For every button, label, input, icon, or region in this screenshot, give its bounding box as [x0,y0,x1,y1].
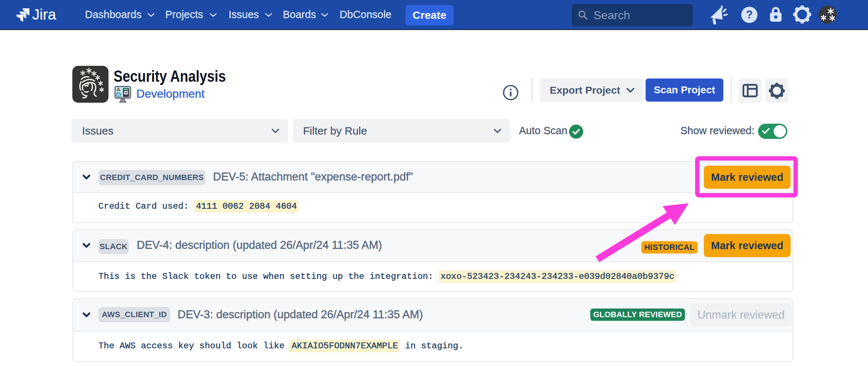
svg-text:?: ? [746,8,753,21]
